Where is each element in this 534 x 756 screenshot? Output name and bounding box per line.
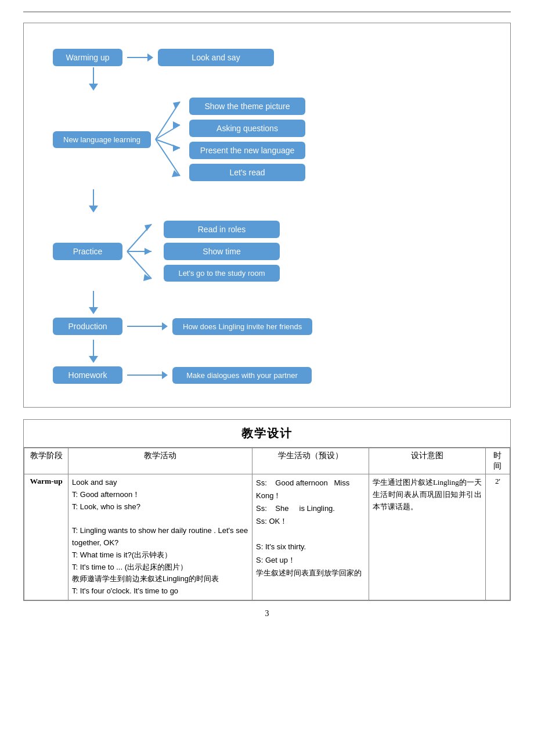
node-lets-read: Let's read xyxy=(189,164,305,181)
stage-label: Warm-up xyxy=(30,477,62,485)
node-show-theme: Show the theme picture xyxy=(189,98,305,115)
header-activity: 教学活动 xyxy=(68,448,252,474)
node-homework: Homework xyxy=(53,366,122,384)
flow-diagram-container: Warming up Look and say New language lea… xyxy=(23,23,511,408)
header-time: 时 间 xyxy=(485,448,510,474)
svg-line-2 xyxy=(156,125,180,139)
arrow-production xyxy=(127,322,168,330)
design-text: 学生通过图片叙述Lingling的一天生活时间表从而巩固旧知并引出本节课话题。 xyxy=(373,477,482,513)
node-asking-questions: Asking questions xyxy=(189,120,305,137)
cell-design: 学生通过图片叙述Lingling的一天生活时间表从而巩固旧知并引出本节课话题。 xyxy=(369,474,485,600)
top-divider xyxy=(23,12,511,12)
table-title: 教学设计 xyxy=(24,420,510,448)
node-production: Production xyxy=(53,318,122,335)
svg-marker-5 xyxy=(173,145,180,152)
table-row: Warm-up Look and say T: Good afternoon！ … xyxy=(24,474,510,600)
flow-diagram: Warming up Look and say New language lea… xyxy=(41,35,493,390)
arrow-homework xyxy=(127,371,168,379)
svg-line-12 xyxy=(127,251,151,279)
student-text: Ss: Good afternoon Miss Kong！ Ss: She is… xyxy=(256,477,365,579)
fan-arrows-practice xyxy=(127,214,159,289)
page: Warming up Look and say New language lea… xyxy=(0,0,534,630)
svg-line-0 xyxy=(156,102,180,139)
node-practice: Practice xyxy=(53,243,122,260)
teaching-design-section: 教学设计 教学阶段 教学活动 学生活动（预设） 设计意图 时 间 xyxy=(23,419,511,601)
page-number: 3 xyxy=(23,609,511,618)
node-make-dialogues: Make dialogues with your partner xyxy=(172,367,312,384)
arrow-warming-look xyxy=(127,53,153,62)
node-present-language: Present the new language xyxy=(189,142,305,159)
activity-text: Look and say T: Good afternoon！ T: Look,… xyxy=(72,477,248,597)
cell-student: Ss: Good afternoon Miss Kong！ Ss: She is… xyxy=(252,474,369,600)
main-table: 教学阶段 教学活动 学生活动（预设） 设计意图 时 间 Warm-up xyxy=(24,448,510,600)
right-boxes-group2: Read in roles Show time Let's go to the … xyxy=(164,221,280,282)
header-stage: 教学阶段 xyxy=(24,448,68,474)
cell-time: 2' xyxy=(485,474,510,600)
fan-arrows-svg xyxy=(156,90,187,189)
right-boxes-group1: Show the theme picture Asking questions … xyxy=(189,98,305,181)
down-arrow-4 xyxy=(89,340,98,363)
node-warming-up: Warming up xyxy=(53,49,122,66)
node-look-and-say: Look and say xyxy=(158,49,274,66)
time-header-line1: 时 xyxy=(493,451,501,460)
down-arrow-1 xyxy=(89,67,98,91)
time-value: 2' xyxy=(495,477,500,485)
student-header-text: 学生活动（预设） xyxy=(278,451,343,460)
svg-marker-11 xyxy=(145,248,151,255)
down-arrow-2 xyxy=(89,189,98,213)
node-new-language: New language learning xyxy=(53,131,151,148)
time-header-line2: 间 xyxy=(493,462,501,470)
header-design: 设计意图 xyxy=(369,448,485,474)
node-how-does-lingling: How does Lingling invite her friends xyxy=(172,318,312,335)
header-student: 学生活动（预设） xyxy=(252,448,369,474)
node-show-time: Show time xyxy=(164,243,280,260)
node-read-in-roles: Read in roles xyxy=(164,221,280,238)
cell-stage: Warm-up xyxy=(24,474,68,600)
cell-activity: Look and say T: Good afternoon！ T: Look,… xyxy=(68,474,252,600)
svg-line-6 xyxy=(156,139,180,176)
table-header-row: 教学阶段 教学活动 学生活动（预设） 设计意图 时 间 xyxy=(24,448,510,474)
node-lets-go-study: Let's go to the study room xyxy=(164,265,280,282)
down-arrow-3 xyxy=(89,291,98,314)
